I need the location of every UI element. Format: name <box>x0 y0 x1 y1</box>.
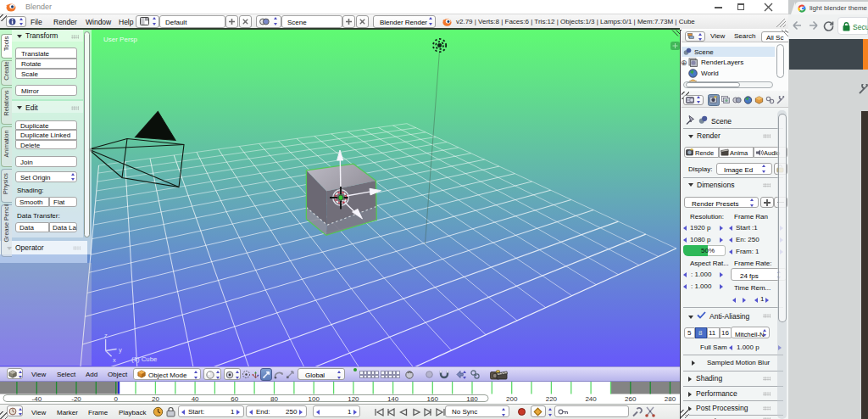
svg-text:220: 220 <box>546 394 558 402</box>
svg-text:280: 280 <box>665 394 676 402</box>
svg-text:200: 200 <box>506 394 518 402</box>
svg-text:-40: -40 <box>32 394 42 402</box>
svg-text:120: 120 <box>348 394 359 402</box>
svg-text:100: 100 <box>309 394 320 402</box>
svg-text:User Persp: User Persp <box>103 36 138 43</box>
svg-text:240: 240 <box>585 394 597 402</box>
svg-text:180: 180 <box>466 394 478 402</box>
svg-text:140: 140 <box>387 394 399 402</box>
svg-text:20: 20 <box>152 394 159 402</box>
svg-text:-20: -20 <box>71 394 81 402</box>
svg-text:0: 0 <box>114 394 118 402</box>
svg-text:z: z <box>104 332 108 339</box>
svg-text:160: 160 <box>427 394 439 402</box>
svg-text:x: x <box>113 355 116 363</box>
svg-text:80: 80 <box>270 394 278 402</box>
svg-text:y: y <box>119 345 122 353</box>
svg-text:(1) Cube: (1) Cube <box>131 355 157 363</box>
svg-text:260: 260 <box>625 394 637 402</box>
svg-text:60: 60 <box>231 394 238 402</box>
svg-text:40: 40 <box>192 394 199 402</box>
